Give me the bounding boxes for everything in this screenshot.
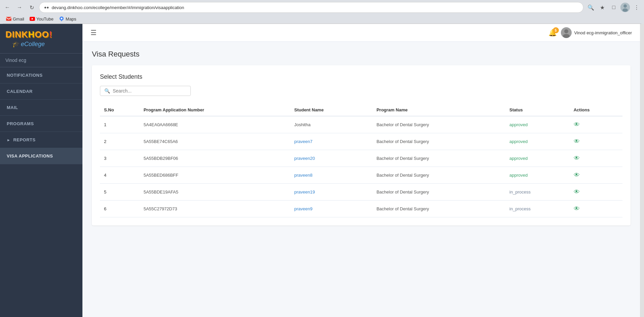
cell-program: Bachelor of Dental Surgery [372,133,505,150]
sidebar-item-programs[interactable]: PROGRAMS [0,116,82,132]
view-icon[interactable]: 👁 [574,172,580,178]
bookmark-button[interactable]: ★ [598,3,607,12]
student-link[interactable]: praveen19 [294,189,315,195]
table-row: 5 5A55BDE19AFA5 praveen19 Bachelor of De… [100,184,622,201]
student-link[interactable]: praveen9 [294,206,313,211]
cell-sno: 2 [100,133,140,150]
cell-student-name[interactable]: praveen7 [290,133,372,150]
cell-program: Bachelor of Dental Surgery [372,201,505,217]
table-row: 3 5A55BDB29BF06 praveen20 Bachelor of De… [100,150,622,167]
view-icon[interactable]: 👁 [574,155,580,162]
sidebar-nav: NOTIFICATIONS CALENDAR MAIL PROGRAMS ► R… [0,67,82,317]
forward-button[interactable]: → [15,3,24,12]
sidebar-item-reports[interactable]: ► REPORTS [0,132,82,148]
col-actions: Actions [570,104,622,116]
back-button[interactable]: ← [3,3,12,12]
sidebar-username: Vinod ecg [5,58,26,63]
browser-user-avatar[interactable] [620,3,630,12]
sidebar-toggle-button[interactable]: □ [609,3,618,12]
cell-status: approved [505,167,570,184]
browser-chrome: ← → ↻ ●● devang.dinkhoo.com/ecollege/mem… [0,0,644,24]
notification-bell[interactable]: 🔔 5 [548,29,557,37]
cell-status: approved [505,116,570,133]
bookmark-youtube-label: YouTube [36,16,53,22]
svg-rect-3 [6,17,11,21]
table-row: 2 5A55BE74C65A6 praveen7 Bachelor of Den… [100,133,622,150]
cell-status: approved [505,150,570,167]
sidebar-item-programs-label: PROGRAMS [7,121,34,126]
student-link[interactable]: praveen8 [294,173,313,178]
main-content: ☰ 🔔 5 Vinod ecg-immigration_officer Visa… [82,24,640,317]
topbar-left: ☰ [91,29,97,37]
view-icon[interactable]: 👁 [574,188,580,195]
table-row: 6 5A55C27972D73 praveen9 Bachelor of Den… [100,201,622,217]
svg-point-9 [564,29,568,33]
more-button[interactable]: ⋮ [632,3,641,12]
user-info[interactable]: Vinod ecg-immigration_officer [561,27,632,38]
col-status: Status [505,104,570,116]
cell-actions[interactable]: 👁 [570,167,622,184]
bookmark-maps-label: Maps [66,16,76,22]
table-body: 1 5A4EA0AA6668E Joshitha Bachelor of Den… [100,116,622,217]
view-icon[interactable]: 👁 [574,205,580,212]
view-icon[interactable]: 👁 [574,121,580,128]
svg-point-10 [563,34,570,38]
cell-student-name[interactable]: praveen8 [290,167,372,184]
browser-toolbar: ← → ↻ ●● devang.dinkhoo.com/ecollege/mem… [3,2,641,13]
cell-actions[interactable]: 👁 [570,184,622,201]
sidebar-item-notifications[interactable]: NOTIFICATIONS [0,67,82,83]
cell-sno: 4 [100,167,140,184]
cell-actions[interactable]: 👁 [570,133,622,150]
ecollege-label: eCollege [21,41,45,48]
browser-actions: 🔍 ★ □ ⋮ [586,3,641,12]
topbar: ☰ 🔔 5 Vinod ecg-immigration_officer [82,24,640,42]
address-bar[interactable]: ●● devang.dinkhoo.com/ecollege/member/#/… [39,2,583,13]
user-avatar [561,27,572,38]
sidebar-item-visa-label: VISA APPLICATIONS [7,153,53,158]
table-header: S.No Program Application Number Student … [100,104,622,116]
cell-actions[interactable]: 👁 [570,150,622,167]
cell-sno: 6 [100,201,140,217]
sidebar-item-calendar[interactable]: CALENDAR [0,83,82,100]
view-icon[interactable]: 👁 [574,138,580,145]
exclaim-icon: ! [49,29,52,39]
cell-student-name[interactable]: praveen19 [290,184,372,201]
cell-program: Bachelor of Dental Surgery [372,150,505,167]
menu-toggle-button[interactable]: ☰ [91,29,97,37]
reload-button[interactable]: ↻ [27,3,36,12]
search-input[interactable] [113,88,186,94]
cell-actions[interactable]: 👁 [570,201,622,217]
security-icon: ●● [44,5,49,10]
cell-sno: 5 [100,184,140,201]
bookmark-youtube[interactable]: YouTube [30,16,53,22]
card-title: Select Students [100,73,622,80]
scrollbar[interactable] [640,24,644,317]
bookmark-gmail[interactable]: Gmail [6,16,24,22]
cell-status: approved [505,133,570,150]
search-box[interactable]: 🔍 [100,86,191,96]
sidebar-user: Vinod ecg [0,54,82,67]
cell-app-number: 5A55BDE19AFA5 [140,184,290,201]
sidebar-item-calendar-label: CALENDAR [7,89,33,94]
logo-dinkhoo: DINKHOO! [5,29,77,40]
url-text: devang.dinkhoo.com/ecollege/member/#/imm… [52,5,579,10]
search-button[interactable]: 🔍 [586,3,596,12]
student-link[interactable]: praveen20 [294,156,315,161]
bookmarks-bar: Gmail YouTube Maps [3,15,641,24]
cell-app-number: 5A55C27972D73 [140,201,290,217]
cell-student-name[interactable]: praveen20 [290,150,372,167]
cell-student-name[interactable]: praveen9 [290,201,372,217]
sidebar-item-visa-applications[interactable]: VISA APPLICATIONS [0,148,82,164]
sidebar-item-mail[interactable]: MAIL [0,100,82,116]
visa-requests-card: Select Students 🔍 S.No Program Applicati… [92,65,631,225]
cell-actions[interactable]: 👁 [570,116,622,133]
table-row: 1 5A4EA0AA6668E Joshitha Bachelor of Den… [100,116,622,133]
cell-app-number: 5A55BDB29BF06 [140,150,290,167]
bookmark-maps[interactable]: Maps [59,16,76,22]
notification-badge: 5 [553,27,559,33]
col-sno: S.No [100,104,140,116]
sidebar-item-reports-label: REPORTS [13,137,35,142]
sidebar: DINKHOO! 🎓 eCollege Vinod ecg NOTIFICATI… [0,24,82,317]
student-link[interactable]: praveen7 [294,139,313,144]
cell-student-name: Joshitha [290,116,372,133]
